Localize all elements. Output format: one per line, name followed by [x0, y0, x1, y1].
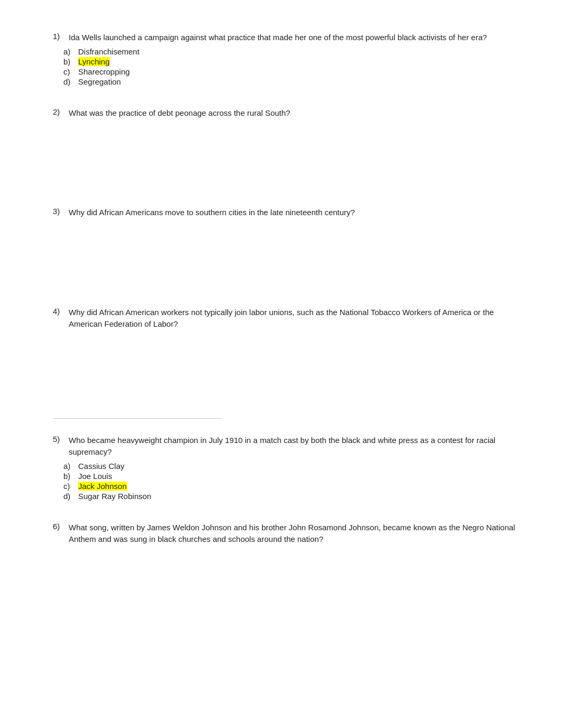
answer-letter: c)	[63, 67, 78, 76]
answer-letter: b)	[63, 57, 78, 66]
list-item: d) Segregation	[63, 77, 519, 86]
answer-text: Disfranchisement	[78, 47, 139, 56]
q4-text: Why did African American workers not typ…	[69, 307, 519, 330]
page-content: 1) Ida Wells launched a campaign against…	[53, 32, 519, 546]
question-2: 2) What was the practice of debt peonage…	[53, 107, 519, 186]
q2-text: What was the practice of debt peonage ac…	[69, 107, 290, 119]
list-item: b) Joe Louis	[63, 472, 519, 481]
q5-text: Who became heavyweight champion in July …	[69, 435, 519, 458]
answer-letter: a)	[63, 47, 78, 56]
answer-text: Segregation	[78, 77, 121, 86]
list-item: b) Lynching	[63, 57, 519, 66]
q2-number: 2)	[53, 107, 69, 116]
question-4: 4) Why did African American workers not …	[53, 307, 519, 397]
q5-answers: a) Cassius Clay b) Joe Louis c) Jack Joh…	[53, 462, 519, 501]
answer-text: Sharecropping	[78, 67, 130, 76]
question-3: 3) Why did African Americans move to sou…	[53, 207, 519, 285]
q1-number: 1)	[53, 32, 69, 41]
q3-number: 3)	[53, 207, 69, 216]
list-item: c) Sharecropping	[63, 67, 519, 76]
answer-text-highlighted: Lynching	[78, 57, 110, 66]
list-item: d) Sugar Ray Robinson	[63, 492, 519, 501]
question-6: 6) What song, written by James Weldon Jo…	[53, 522, 519, 546]
answer-text: Joe Louis	[78, 472, 112, 481]
answer-letter: b)	[63, 472, 78, 481]
answer-letter: d)	[63, 77, 78, 86]
answer-letter: c)	[63, 482, 78, 491]
answer-letter: d)	[63, 492, 78, 501]
answer-letter: a)	[63, 462, 78, 471]
answer-text-highlighted: Jack Johnson	[78, 482, 127, 491]
answer-text: Cassius Clay	[78, 462, 125, 471]
list-item: a) Cassius Clay	[63, 462, 519, 471]
question-5: 5) Who became heavyweight champion in Ju…	[53, 435, 519, 501]
q5-number: 5)	[53, 435, 69, 444]
q4-number: 4)	[53, 307, 69, 316]
question-1: 1) Ida Wells launched a campaign against…	[53, 32, 519, 86]
list-item: a) Disfranchisement	[63, 47, 519, 56]
section-divider	[53, 418, 222, 419]
q3-text: Why did African Americans move to southe…	[69, 207, 355, 219]
answer-text: Sugar Ray Robinson	[78, 492, 151, 501]
list-item: c) Jack Johnson	[63, 482, 519, 491]
q6-text: What song, written by James Weldon Johns…	[69, 522, 519, 546]
q6-number: 6)	[53, 522, 69, 531]
q1-text: Ida Wells launched a campaign against wh…	[69, 32, 487, 44]
q1-answers: a) Disfranchisement b) Lynching c) Share…	[53, 47, 519, 86]
